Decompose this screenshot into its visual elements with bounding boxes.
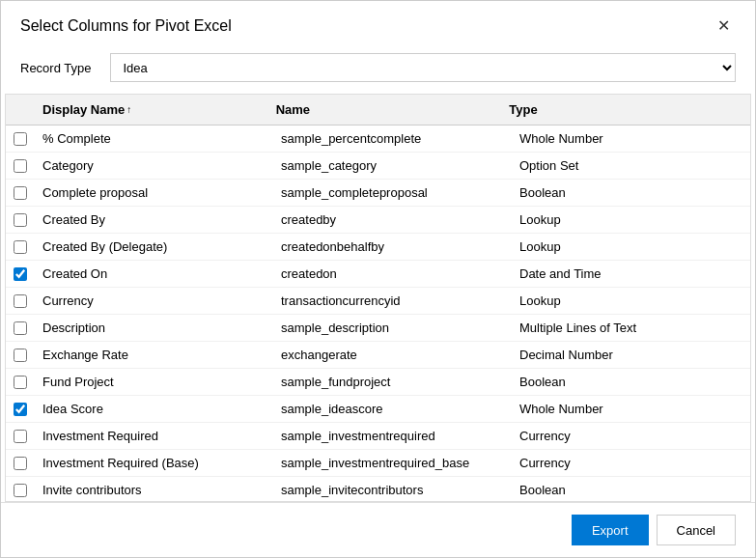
table-row: Investment Requiredsample_investmentrequ… [6, 423, 750, 450]
row-name: exchangerate [273, 344, 512, 366]
row-name: sample_completeproposal [273, 181, 512, 204]
select-columns-dialog: Select Columns for Pivot Excel ✕ Record … [0, 0, 756, 558]
row-name: sample_investmentrequired [273, 425, 512, 447]
row-checkbox-cell [6, 128, 35, 150]
dialog-title-bar: Select Columns for Pivot Excel ✕ [1, 1, 755, 45]
row-checkbox[interactable] [14, 376, 27, 389]
row-display-name: Exchange Rate [35, 344, 273, 366]
row-checkbox[interactable] [14, 294, 27, 308]
header-checkbox-col [6, 95, 35, 125]
table-body: % Completesample_percentcompleteWhole Nu… [6, 126, 750, 501]
close-button[interactable]: ✕ [712, 16, 736, 36]
row-checkbox-cell [6, 399, 35, 420]
row-type: Whole Number [512, 127, 750, 150]
table-row: CurrencytransactioncurrencyidLookup [6, 288, 750, 315]
record-type-row: Record Type Idea [1, 45, 755, 94]
row-checkbox-cell [6, 480, 35, 501]
row-display-name: Investment Required [35, 425, 273, 447]
export-button[interactable]: Export [572, 515, 649, 545]
row-checkbox-cell [6, 345, 35, 366]
row-display-name: Created By (Delegate) [35, 236, 273, 258]
record-type-label: Record Type [20, 61, 91, 75]
row-display-name: Description [35, 317, 273, 339]
row-type: Multiple Lines of Text [512, 317, 750, 339]
row-name: createdby [273, 209, 512, 231]
row-type: Boolean [512, 371, 750, 393]
row-name: createdonbehalfby [273, 236, 512, 258]
row-type: Lookup [512, 290, 750, 312]
row-checkbox[interactable] [14, 240, 27, 254]
table-row: Created By (Delegate)createdonbehalfbyLo… [6, 234, 750, 261]
row-display-name: Fund Project [35, 371, 273, 393]
table-row: Fund Projectsample_fundprojectBoolean [6, 369, 750, 396]
row-checkbox-cell [6, 155, 35, 177]
row-checkbox-cell [6, 182, 35, 204]
sort-arrow-display-name: ↑ [126, 104, 131, 115]
row-checkbox[interactable] [14, 484, 27, 497]
row-type: Currency [512, 452, 750, 474]
row-checkbox-cell [6, 318, 35, 339]
row-name: createdon [273, 263, 512, 285]
table-row: % Completesample_percentcompleteWhole Nu… [6, 126, 750, 153]
columns-table: Display Name ↑ Name Type % Completesampl… [5, 94, 751, 502]
row-display-name: Idea Score [35, 398, 273, 420]
row-type: Currency [512, 425, 750, 447]
row-checkbox[interactable] [14, 132, 27, 146]
row-checkbox-cell [6, 291, 35, 312]
record-type-select[interactable]: Idea [110, 53, 736, 82]
row-name: sample_ideascore [273, 398, 512, 420]
row-display-name: Currency [35, 290, 273, 312]
row-checkbox[interactable] [14, 213, 27, 227]
table-header: Display Name ↑ Name Type [6, 95, 750, 126]
row-type: Lookup [512, 209, 750, 231]
row-checkbox[interactable] [14, 349, 27, 362]
dialog-title: Select Columns for Pivot Excel [20, 17, 232, 35]
table-row: Exchange RateexchangerateDecimal Number [6, 342, 750, 369]
row-display-name: Invite contributors [35, 479, 273, 501]
table-row: Created BycreatedbyLookup [6, 207, 750, 234]
row-display-name: Category [35, 154, 273, 177]
row-checkbox[interactable] [14, 321, 27, 335]
row-checkbox[interactable] [14, 159, 27, 173]
row-checkbox[interactable] [14, 186, 27, 200]
header-name: Name [268, 95, 502, 125]
row-checkbox[interactable] [14, 403, 27, 416]
header-display-name: Display Name ↑ [35, 95, 268, 125]
row-checkbox-cell [6, 237, 35, 258]
row-checkbox[interactable] [14, 267, 27, 281]
row-checkbox-cell [6, 426, 35, 447]
row-name: sample_investmentrequired_base [273, 452, 512, 474]
row-name: sample_description [273, 317, 512, 339]
row-display-name: Created By [35, 209, 273, 231]
row-type: Lookup [512, 236, 750, 258]
row-name: sample_category [273, 154, 512, 177]
row-display-name: Created On [35, 263, 273, 285]
row-type: Boolean [512, 479, 750, 501]
table-row: Investment Required (Base)sample_investm… [6, 450, 750, 477]
row-type: Decimal Number [512, 344, 750, 366]
row-display-name: Complete proposal [35, 181, 273, 204]
table-row: Created OncreatedonDate and Time [6, 261, 750, 288]
header-type: Type [501, 95, 735, 125]
table-row: Descriptionsample_descriptionMultiple Li… [6, 315, 750, 342]
row-checkbox-cell [6, 264, 35, 285]
row-checkbox-cell [6, 372, 35, 393]
row-display-name: % Complete [35, 127, 273, 150]
table-row: Invite contributorssample_invitecontribu… [6, 477, 750, 501]
table-row: Complete proposalsample_completeproposal… [6, 180, 750, 207]
cancel-button[interactable]: Cancel [657, 515, 736, 545]
row-checkbox[interactable] [14, 457, 27, 470]
row-type: Option Set [512, 154, 750, 177]
row-name: sample_fundproject [273, 371, 512, 393]
row-name: transactioncurrencyid [273, 290, 512, 312]
row-checkbox-cell [6, 453, 35, 474]
table-row: Categorysample_categoryOption Set [6, 153, 750, 180]
row-checkbox-cell [6, 209, 35, 231]
row-display-name: Investment Required (Base) [35, 452, 273, 474]
row-checkbox[interactable] [14, 430, 27, 443]
table-row: Idea Scoresample_ideascoreWhole Number [6, 396, 750, 423]
row-name: sample_percentcomplete [273, 127, 512, 150]
dialog-footer: Export Cancel [1, 502, 755, 557]
row-type: Date and Time [512, 263, 750, 285]
row-name: sample_invitecontributors [273, 479, 512, 501]
